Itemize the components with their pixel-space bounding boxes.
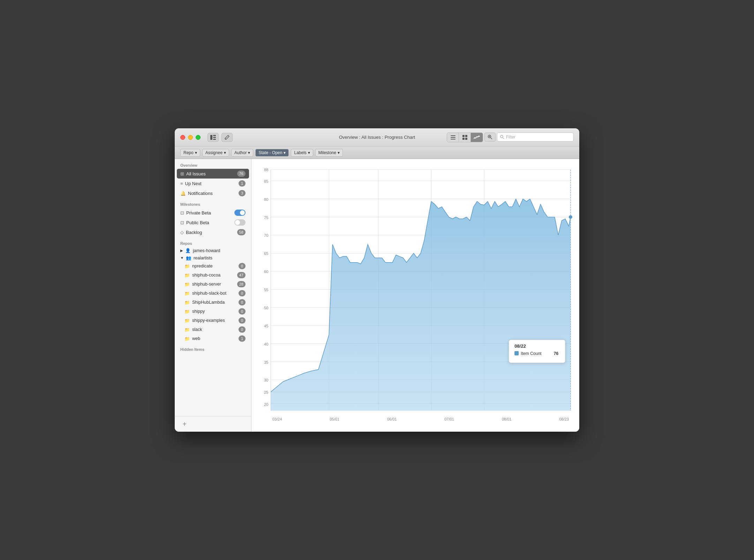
labels-filter[interactable]: Labels ▾ [291,149,313,157]
repo-folder-icon: 📁 [184,327,190,332]
state-filter[interactable]: State - Open ▾ [255,149,289,157]
backlog-label: Backlog [186,230,202,235]
up-next-icon: ≡ [180,181,183,186]
svg-text:40: 40 [264,342,268,346]
search-box[interactable]: Filter [497,133,574,142]
grid-icon [462,135,467,140]
repo-badge: 47 [237,272,246,278]
filter-bar: Repo ▾ Assignee ▾ Author ▾ State - Open … [175,146,579,159]
up-next-label: Up Next [185,181,202,186]
repo-filter[interactable]: Repo ▾ [180,149,200,157]
repo-name: ShipHubLambda [192,300,225,305]
tooltip-label: Item Count [521,351,542,356]
repo-item-shiphublambda[interactable]: 📁 ShipHubLambda 0 [175,298,251,307]
list-view-button[interactable] [447,133,459,142]
svg-text:80: 80 [264,197,268,202]
x-label-5: 08/23 [559,417,569,421]
svg-line-12 [491,137,492,139]
zoom-button[interactable] [484,133,496,142]
maximize-button[interactable] [196,135,201,140]
james-howard-label: james-howard [193,248,220,253]
view-toggle-group [447,133,483,142]
notifications-label: Notifications [188,191,213,196]
chevron-down-icon: ▾ [224,150,226,155]
repo-item-slack[interactable]: 📁 slack 0 [175,325,251,334]
private-beta-toggle[interactable] [234,210,246,216]
chart-view-button[interactable] [471,133,483,142]
svg-rect-3 [213,139,216,140]
author-filter[interactable]: Author ▾ [231,149,253,157]
milestone-filter[interactable]: Milestone ▾ [315,149,343,157]
chevron-down-icon: ▾ [284,150,286,155]
repo-folder-icon: 📁 [184,318,190,323]
svg-text:65: 65 [264,251,268,256]
repo-folder-icon: 📁 [184,291,190,296]
assignee-filter[interactable]: Assignee ▾ [202,149,229,157]
repo-badge: 0 [239,290,246,296]
chevron-down-icon: ▾ [195,150,197,155]
repo-name: slack [192,327,202,332]
repos-section-label: Repos [175,237,251,247]
svg-text:60: 60 [264,270,268,274]
x-label-4: 08/01 [502,417,512,421]
repo-badge: 0 [239,263,246,269]
svg-text:88: 88 [264,168,268,172]
up-next-badge: 1 [239,180,246,187]
sidebar-item-notifications[interactable]: 🔔 Notifications 3 [175,188,251,198]
sidebar-icon [210,135,216,140]
svg-text:55: 55 [264,288,268,292]
repo-item-shippy-examples[interactable]: 📁 shippy-examples 0 [175,316,251,325]
sidebar-toggle-button[interactable] [208,133,219,142]
repo-group-james-howard[interactable]: ▶ 👤 james-howard [175,247,251,254]
chevron-down-icon: ▾ [308,150,310,155]
sidebar-item-public-beta[interactable]: ⊡ Public Beta [175,218,251,227]
repo-badge: 1 [239,335,246,342]
progress-chart: 88 85 80 75 70 65 60 55 50 45 40 35 30 2… [255,166,572,414]
svg-text:75: 75 [264,215,268,220]
repo-badge: 0 [239,299,246,305]
public-beta-toggle[interactable] [234,219,246,226]
svg-text:45: 45 [264,324,268,328]
titlebar-controls [208,133,233,142]
svg-text:85: 85 [264,179,268,183]
repo-folder-icon: 📁 [184,264,190,269]
svg-rect-1 [213,135,216,136]
repo-item-shiphub-slack-bot[interactable]: 📁 shiphub-slack-bot 0 [175,289,251,298]
sidebar-item-up-next[interactable]: ≡ Up Next 1 [175,179,251,188]
org-icon: 👥 [186,255,191,260]
grid-view-button[interactable] [459,133,471,142]
private-beta-label: Private Beta [186,210,211,215]
close-button[interactable] [180,135,185,140]
repo-folder-icon: 📁 [184,336,190,341]
svg-marker-53 [271,199,571,411]
sidebar-item-all-issues[interactable]: ⊞ All Issues 76 [177,169,249,179]
repo-item-npredicate[interactable]: 📁 npredicate 0 [175,262,251,271]
search-icon [500,135,504,139]
titlebar: Overview : All Issues : Progress Chart [175,128,579,146]
repo-item-shiphub-cocoa[interactable]: 📁 shiphub-cocoa 47 [175,271,251,280]
sidebar-item-private-beta[interactable]: ⊡ Private Beta [175,208,251,218]
expand-icon: ▶ [180,249,183,252]
svg-rect-0 [210,135,212,140]
main-window: Overview : All Issues : Progress Chart [175,128,579,432]
sidebar-item-backlog[interactable]: ◇ Backlog 58 [175,227,251,237]
all-issues-icon: ⊞ [180,171,184,176]
repo-item-shippy[interactable]: 📁 shippy 0 [175,307,251,316]
milestone-icon-2: ⊡ [180,220,184,225]
bell-icon: 🔔 [180,191,186,196]
repo-folder-icon: 📁 [184,282,190,287]
all-issues-label: All Issues [186,171,206,176]
svg-text:25: 25 [264,390,268,394]
compose-button[interactable] [221,133,233,142]
svg-text:20: 20 [264,402,268,407]
repo-group-realartists[interactable]: ▼ 👥 realartists [175,254,251,262]
repo-item-shiphub-server[interactable]: 📁 shiphub-server 28 [175,280,251,289]
minimize-button[interactable] [188,135,193,140]
repo-item-web[interactable]: 📁 web 1 [175,334,251,343]
repo-name: npredicate [192,264,212,268]
x-label-3: 07/01 [444,417,454,421]
chevron-down-icon: ▾ [248,150,250,155]
add-button[interactable]: + [180,420,189,428]
sidebar-bottom: + [175,416,251,432]
repo-folder-icon: 📁 [184,309,190,314]
